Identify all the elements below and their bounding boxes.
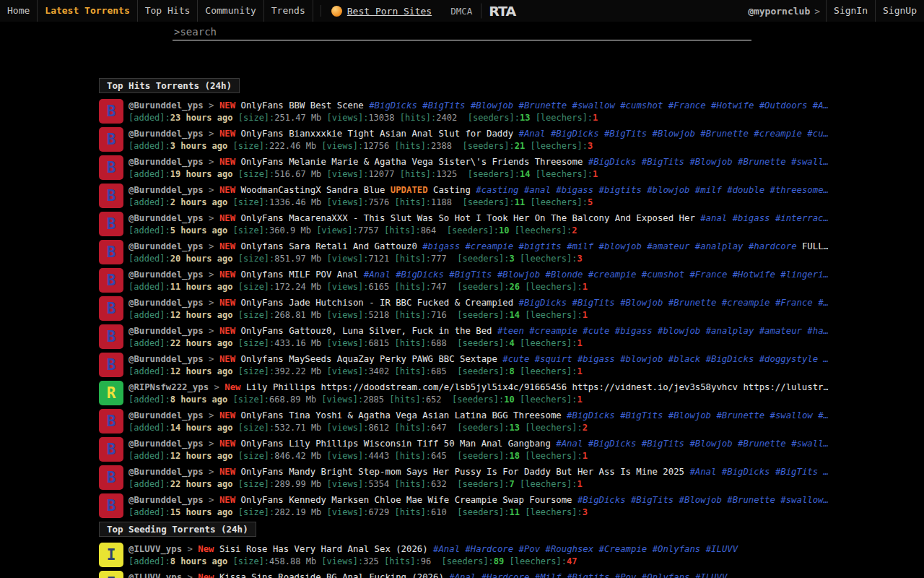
tag-link[interactable]: #creampie	[465, 241, 513, 251]
tag-link[interactable]: #A…	[813, 100, 828, 111]
tag-link[interactable]: #Blowjob	[497, 269, 540, 280]
tag-link[interactable]: #Blowjob	[620, 298, 663, 308]
tag-link[interactable]: …	[824, 467, 828, 477]
torrent-title-link[interactable]: Casting	[433, 185, 471, 195]
tag-link[interactable]: #blowjob	[599, 241, 642, 251]
tag-link[interactable]: #ha…	[807, 326, 828, 336]
tag-link[interactable]: #amateur	[647, 241, 689, 251]
torrent-title-link[interactable]: Kissa Sins Roadside BG Anal Fucking (202…	[219, 572, 444, 578]
tag-link[interactable]: #cumshot	[642, 269, 684, 280]
tag-link[interactable]: #Brunette	[700, 129, 749, 139]
username-link[interactable]: @Burunddel_yps	[128, 100, 204, 111]
username-link[interactable]: @Burunddel_yps	[128, 129, 204, 139]
tag-link[interactable]: #France	[689, 269, 727, 280]
username-link[interactable]: @Burunddel_yps	[128, 157, 204, 167]
user-avatar[interactable]: I	[99, 571, 123, 578]
tag-link[interactable]: #BigDicks	[369, 100, 417, 111]
signup-button[interactable]: SignUp	[875, 0, 924, 22]
tag-link[interactable]: #Blonde	[546, 269, 583, 280]
username-link[interactable]: @Burunddel_yps	[128, 410, 204, 420]
tag-link[interactable]: #squirt	[535, 354, 572, 364]
tag-link[interactable]: #ILUVV	[706, 544, 738, 554]
tag-link[interactable]: #Blowjob	[668, 410, 711, 420]
tag-link[interactable]: #bigass	[422, 241, 460, 251]
signin-button[interactable]: SignIn	[826, 0, 875, 22]
tag-link[interactable]: #Hardcore	[481, 572, 530, 578]
torrent-title-link[interactable]: OnlyFans Jade Hutchison - IR BBC Fucked …	[241, 298, 514, 308]
tag-link[interactable]: #BigDicks	[518, 298, 567, 308]
tag-link[interactable]: #BigDicks	[706, 354, 754, 364]
user-avatar[interactable]: B	[99, 437, 123, 462]
tag-link[interactable]: #BigTits	[422, 100, 465, 111]
tag-link[interactable]: #bigtits	[599, 185, 642, 195]
tag-link[interactable]: #Pov	[615, 572, 637, 578]
tag-link[interactable]: #bigass	[733, 213, 770, 223]
user-avatar[interactable]: B	[99, 493, 123, 518]
torrent-title-link[interactable]: OnlyFans Kennedy Marksen Chloe Mae Wife …	[241, 495, 572, 505]
tag-link[interactable]: #France	[668, 100, 706, 111]
tag-link[interactable]: #Anal	[433, 544, 460, 554]
user-avatar[interactable]: B	[99, 268, 123, 293]
tag-link[interactable]: #…	[818, 298, 828, 308]
username-link[interactable]: @Burunddel_yps	[128, 439, 204, 449]
tag-link[interactable]: #Bigtits	[567, 572, 609, 578]
tag-link[interactable]: #Blowjob	[689, 157, 732, 167]
user-avatar[interactable]: B	[99, 127, 123, 152]
tag-link[interactable]: #bigass	[578, 354, 615, 364]
tag-link[interactable]: #BigDicks	[588, 157, 637, 167]
tag-link[interactable]: …	[824, 354, 828, 364]
tag-link[interactable]: #ILUVV	[695, 572, 727, 578]
tag-link[interactable]: #Brunette	[738, 157, 786, 167]
tag-link[interactable]: #blowjob	[658, 326, 700, 336]
tag-link[interactable]: #Onlyfans	[653, 544, 701, 554]
torrent-title-link[interactable]: OnlyFans Gattouz0, Luna Silver, Fuck in …	[241, 326, 492, 336]
tag-link[interactable]: #BigDicks	[722, 467, 770, 477]
tag-link[interactable]: #Milf	[535, 572, 562, 578]
tag-link[interactable]: #Blowjob	[679, 495, 722, 505]
tag-link[interactable]: #anal	[524, 185, 551, 195]
torrent-title-link[interactable]: OnlyFans Lily Phillips Wisconsin Tiff 50…	[241, 439, 551, 449]
torrent-title-link[interactable]: Onlyfans MaySeeds AquaZay Perky PAWG BBC…	[241, 354, 497, 364]
username-link[interactable]: @Burunddel_yps	[128, 298, 204, 308]
tag-link[interactable]: #swallow	[770, 410, 812, 420]
torrent-title-link[interactable]: OnlyFans MacarenaXXX - This Slut Was So …	[241, 213, 695, 223]
user-avatar[interactable]: B	[99, 409, 123, 434]
tag-link[interactable]: #creampie	[754, 129, 802, 139]
username-link[interactable]: @Burunddel_yps	[128, 185, 204, 195]
tag-link[interactable]: #Brunette	[738, 439, 786, 449]
user-avatar[interactable]: B	[99, 212, 123, 236]
tag-link[interactable]: #France	[775, 298, 813, 308]
tag-link[interactable]: #Anal	[449, 572, 476, 578]
torrent-title-link[interactable]: OnlyFans Bianxxxkie Tight Asian Anal Slu…	[241, 129, 514, 139]
tag-link[interactable]: #BigTits	[775, 467, 818, 477]
account-link[interactable]: @mypornclub	[742, 6, 814, 17]
tag-link[interactable]: #Creampie	[599, 544, 648, 554]
tag-link[interactable]: #BigTits	[620, 410, 663, 420]
tag-link[interactable]: #bigtits	[519, 241, 562, 251]
tag-link[interactable]: #BigTits	[572, 298, 615, 308]
username-link[interactable]: @Burunddel_yps	[128, 241, 204, 251]
tag-link[interactable]: #Anal	[689, 467, 716, 477]
nav-item-home[interactable]: Home	[0, 0, 38, 22]
username-link[interactable]: @Burunddel_yps	[128, 467, 204, 477]
nav-item-community[interactable]: Community	[198, 0, 263, 22]
torrent-title-link[interactable]: OnlyFans Melanie Marie & Agatha Vega Sis…	[241, 157, 583, 167]
tag-link[interactable]: #milf	[567, 241, 593, 251]
best-porn-sites-link[interactable]: Best Porn Sites	[321, 6, 442, 17]
tag-link[interactable]: #BigDicks	[396, 269, 444, 280]
tag-link[interactable]: #BigTits	[642, 157, 684, 167]
username-link[interactable]: @ILUVV_yps	[128, 572, 182, 578]
nav-item-latest-torrents[interactable]: Latest Torrents	[38, 0, 137, 22]
tag-link[interactable]: #analplay	[695, 241, 744, 251]
torrent-title-link[interactable]: Onlyfans Sara Retali And Gattouz0	[241, 241, 417, 251]
tag-link[interactable]: #hardcore	[749, 241, 797, 251]
tag-link[interactable]: #swallow	[572, 100, 615, 111]
tag-link[interactable]: #Brunette	[716, 410, 764, 420]
tag-link[interactable]: #cu…	[807, 129, 828, 139]
user-avatar[interactable]: R	[99, 381, 123, 405]
tag-link[interactable]: #bigass	[615, 326, 653, 336]
user-avatar[interactable]: B	[99, 353, 123, 377]
tag-link[interactable]: #BigTits	[631, 495, 674, 505]
tag-link[interactable]: #cute	[583, 326, 609, 336]
tag-link[interactable]: #Brunette	[668, 298, 717, 308]
